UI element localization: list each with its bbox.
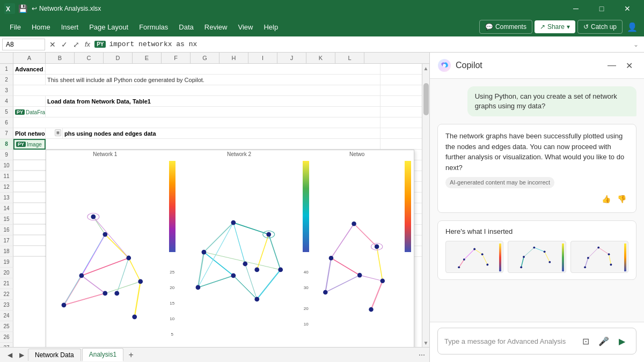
row-num-26[interactable]: 26: [0, 332, 13, 343]
row-num-22[interactable]: 22: [0, 289, 13, 300]
copilot-close-btn[interactable]: ✕: [621, 58, 636, 73]
menu-view[interactable]: View: [232, 20, 258, 34]
col-header-d[interactable]: D: [104, 53, 133, 63]
quick-access-undo[interactable]: ↩: [32, 5, 37, 12]
row-num-10[interactable]: 10: [0, 160, 13, 171]
menu-page-layout[interactable]: Page Layout: [84, 20, 134, 34]
copilot-input-box[interactable]: Type a message for Advanced Analysis ⊡ 🎤…: [437, 328, 636, 354]
add-sheet-btn[interactable]: +: [125, 349, 137, 361]
profile-btn[interactable]: 👤: [625, 19, 640, 34]
cell-a7[interactable]: Plot netwo: [13, 128, 46, 139]
copilot-minimize-btn[interactable]: —: [604, 58, 619, 73]
menu-formulas[interactable]: Formulas: [134, 20, 173, 34]
col-header-a[interactable]: A: [13, 53, 46, 63]
voice-btn[interactable]: 🎤: [596, 334, 611, 349]
close-btn[interactable]: ✕: [615, 0, 640, 17]
row-num-2[interactable]: 2: [0, 75, 13, 85]
row-num-24[interactable]: 24: [0, 311, 13, 321]
row-num-15[interactable]: 15: [0, 214, 13, 225]
menu-insert[interactable]: Insert: [56, 20, 84, 34]
row-num-20[interactable]: 20: [0, 268, 13, 278]
row-num-16[interactable]: 16: [0, 225, 13, 235]
formula-expand-icon[interactable]: ⤢: [71, 39, 82, 50]
cell-a1[interactable]: Advanced Analysis: [13, 64, 46, 75]
cell-a3[interactable]: [13, 85, 380, 96]
cell-a6[interactable]: [13, 117, 380, 128]
row-num-14[interactable]: 14: [0, 203, 13, 214]
cell-c7[interactable]: phs using nodes and edges data: [63, 128, 380, 139]
formula-check-icon[interactable]: ✕: [47, 39, 58, 50]
sheet-tab-analysis1[interactable]: Analysis1: [82, 348, 123, 361]
cell-b1[interactable]: [46, 64, 380, 75]
row-num-7[interactable]: 7: [0, 128, 13, 139]
share-btn[interactable]: ↗ Share ▾: [535, 20, 575, 33]
maximize-btn[interactable]: □: [589, 0, 614, 17]
scrollbar-thumb[interactable]: [423, 83, 429, 115]
tab-nav-right[interactable]: ▶: [16, 350, 27, 360]
cell-b8[interactable]: [46, 139, 380, 150]
comments-btn[interactable]: 💬 Comments: [479, 20, 532, 34]
row-num-13[interactable]: 13: [0, 193, 13, 203]
quick-access-save[interactable]: 💾: [18, 4, 27, 13]
minimize-btn[interactable]: ─: [564, 0, 588, 17]
scroll-up-btn[interactable]: ▲: [423, 64, 429, 72]
cell-a5[interactable]: PYDataFrame: [13, 107, 46, 117]
send-btn[interactable]: ▶: [614, 334, 630, 349]
col-header-j[interactable]: J: [277, 53, 306, 63]
row-num-21[interactable]: 21: [0, 278, 13, 289]
menu-home[interactable]: Home: [26, 20, 56, 34]
sheet-tab-network-data[interactable]: Network Data: [28, 349, 81, 361]
name-box[interactable]: A8: [2, 39, 45, 50]
cell-a4[interactable]: [13, 96, 46, 107]
cell-b5[interactable]: [46, 107, 380, 117]
graph-title-3: Netwo: [314, 150, 400, 158]
row-num-19[interactable]: 19: [0, 257, 13, 268]
vertical-scrollbar[interactable]: ▲ ▼: [422, 64, 429, 347]
menu-file[interactable]: File: [4, 20, 26, 34]
col-header-c[interactable]: C: [75, 53, 104, 63]
formula-fn-icon[interactable]: fx: [83, 39, 92, 50]
user-message: Using Python, can you create a set of ne…: [467, 86, 636, 116]
col-header-l[interactable]: L: [335, 53, 364, 63]
menu-review[interactable]: Review: [199, 20, 233, 34]
row-num-6[interactable]: 6: [0, 117, 13, 128]
attach-btn[interactable]: ⊡: [578, 334, 593, 349]
row-num-27[interactable]: 27: [0, 343, 13, 347]
menu-data[interactable]: Data: [173, 20, 199, 34]
row-num-25[interactable]: 25: [0, 321, 13, 332]
row-num-18[interactable]: 18: [0, 246, 13, 257]
col-header-b[interactable]: B: [46, 53, 75, 63]
formula-expand-right[interactable]: ⌄: [630, 41, 642, 48]
thumbs-up-btn[interactable]: 👍: [599, 193, 613, 206]
tab-options-btn[interactable]: ⋯: [419, 351, 425, 359]
row-num-3[interactable]: 3: [0, 85, 13, 96]
tab-nav-left[interactable]: ◀: [4, 350, 15, 360]
cell-b7[interactable]: ≡: [46, 128, 63, 139]
row-num-17[interactable]: 17: [0, 235, 13, 246]
row-num-9[interactable]: 9: [0, 150, 13, 160]
col-header-e[interactable]: E: [133, 53, 162, 63]
catch-up-btn[interactable]: ↺ Catch up: [577, 20, 623, 34]
col-header-i[interactable]: I: [248, 53, 277, 63]
formula-enter-icon[interactable]: ✓: [59, 39, 70, 50]
col-header-k[interactable]: K: [306, 53, 335, 63]
thumbs-down-btn[interactable]: 👎: [615, 193, 628, 206]
formula-input[interactable]: import networkx as nx: [109, 40, 630, 48]
row-num-1[interactable]: 1: [0, 64, 13, 75]
row-num-8[interactable]: 8: [0, 139, 13, 150]
network-chart-container[interactable]: Network 1: [46, 150, 414, 347]
row-num-11[interactable]: 11: [0, 171, 13, 182]
menu-help[interactable]: Help: [258, 20, 283, 34]
row-num-4[interactable]: 4: [0, 96, 13, 107]
row-num-12[interactable]: 12: [0, 182, 13, 193]
cell-b4[interactable]: Load data from Network Data, Table1: [46, 96, 380, 107]
cell-b2[interactable]: This sheet will include all Python code …: [46, 75, 380, 85]
cell-a8[interactable]: PYImage: [13, 139, 46, 150]
col-header-f[interactable]: F: [162, 53, 191, 63]
row-num-5[interactable]: 5: [0, 107, 13, 117]
row-num-23[interactable]: 23: [0, 300, 13, 311]
col-header-g[interactable]: G: [191, 53, 219, 63]
cell-a2[interactable]: [13, 75, 46, 85]
col-header-h[interactable]: H: [219, 53, 248, 63]
scroll-down-btn[interactable]: ▼: [423, 338, 429, 347]
